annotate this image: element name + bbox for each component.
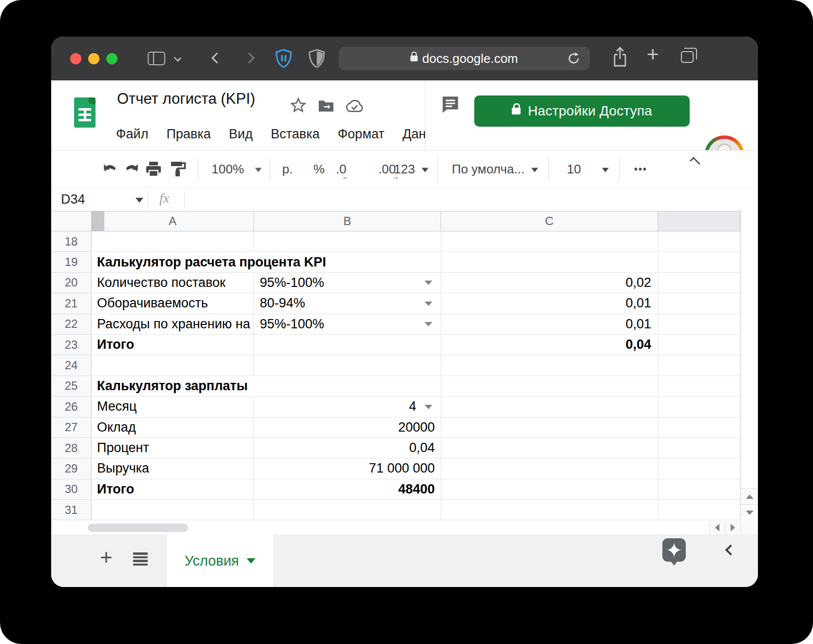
collapse-toolbar-icon[interactable]	[690, 157, 700, 168]
cell-a[interactable]: Оклад	[92, 417, 254, 438]
comment-history-icon[interactable]	[440, 94, 461, 114]
undo-icon[interactable]	[102, 162, 118, 176]
cell-d[interactable]	[658, 397, 740, 417]
cell-c[interactable]	[441, 252, 658, 272]
menu-item[interactable]: Вставка	[271, 127, 319, 142]
name-box[interactable]: D34	[61, 192, 85, 207]
cell-d[interactable]	[658, 273, 740, 293]
cell-a[interactable]: Выручка	[92, 458, 254, 479]
cell-d[interactable]	[658, 314, 740, 335]
move-to-folder-icon[interactable]	[317, 98, 335, 113]
cell-a[interactable]: Итого	[92, 479, 254, 500]
cell-c[interactable]	[441, 397, 658, 417]
vertical-scrollbar[interactable]	[740, 211, 758, 521]
sheets-logo-icon[interactable]	[74, 97, 96, 128]
back-button[interactable]	[212, 53, 223, 64]
cell-b[interactable]: 4	[254, 397, 441, 417]
row-header[interactable]: 26	[51, 397, 92, 417]
cell-d[interactable]	[658, 355, 740, 376]
formula-input[interactable]	[193, 191, 748, 208]
increase-decimals-button[interactable]: .00→	[378, 162, 396, 177]
scroll-right-button[interactable]	[725, 521, 740, 534]
dropdown-caret-icon[interactable]	[425, 302, 432, 306]
cell-c[interactable]	[441, 355, 658, 376]
select-all-corner[interactable]	[51, 211, 92, 231]
sidebar-icon[interactable]	[148, 52, 165, 65]
row-header[interactable]: 18	[51, 231, 92, 252]
row-header[interactable]: 28	[51, 438, 92, 458]
zoom-select[interactable]: 100%	[212, 162, 244, 177]
cell-c[interactable]	[441, 438, 658, 458]
share-icon[interactable]	[612, 46, 628, 68]
column-header[interactable]	[658, 211, 740, 231]
row-header[interactable]: 20	[51, 273, 92, 293]
more-toolbar-options-button[interactable]: •••	[634, 164, 647, 175]
horizontal-scrollbar-thumb[interactable]	[88, 524, 188, 532]
cell-d[interactable]	[658, 335, 740, 355]
cell-c[interactable]	[441, 500, 658, 520]
cell-a[interactable]: Процент	[92, 438, 254, 458]
font-size-select[interactable]: 10	[567, 162, 581, 177]
tab-usloviya[interactable]: Условия	[167, 534, 273, 587]
currency-format-button[interactable]: р.	[282, 162, 293, 177]
cell-c[interactable]: 0,04	[441, 335, 658, 355]
font-size-caret-icon[interactable]	[602, 162, 609, 177]
cell-c[interactable]: 0,01	[441, 314, 658, 335]
redo-icon[interactable]	[123, 162, 140, 176]
cell-b[interactable]: 0,04	[254, 438, 441, 458]
cell-b[interactable]	[254, 231, 441, 252]
cell-a[interactable]	[92, 231, 254, 252]
dropdown-caret-icon[interactable]	[425, 405, 432, 409]
row-header[interactable]: 23	[51, 335, 92, 355]
row-header[interactable]: 29	[51, 458, 92, 479]
cell-d[interactable]	[658, 479, 740, 500]
row-header[interactable]: 22	[51, 314, 92, 335]
cell-c[interactable]	[441, 376, 658, 397]
zoom-window-button[interactable]	[106, 53, 117, 64]
cell-d[interactable]	[658, 376, 740, 397]
zoom-caret-icon[interactable]	[255, 162, 262, 177]
row-header[interactable]: 30	[51, 479, 92, 500]
row-header[interactable]: 21	[51, 293, 92, 314]
print-icon[interactable]	[145, 161, 162, 177]
cell-d[interactable]	[658, 252, 740, 272]
menu-item[interactable]: Дан	[403, 127, 425, 142]
cell-d[interactable]	[658, 293, 740, 314]
star-icon[interactable]	[290, 96, 307, 114]
chevron-down-icon[interactable]	[174, 54, 181, 61]
cell-a[interactable]: Месяц	[92, 397, 254, 417]
cell-a[interactable]	[92, 500, 254, 520]
cell-a[interactable]	[92, 355, 254, 376]
more-formats-caret-icon[interactable]	[422, 162, 428, 177]
row-header[interactable]: 19	[51, 252, 92, 272]
cell-d[interactable]	[658, 500, 740, 520]
extension-shield-icon[interactable]	[309, 49, 325, 68]
row-header[interactable]: 24	[51, 355, 92, 376]
row-header[interactable]: 27	[51, 417, 92, 438]
cell-c[interactable]	[441, 479, 658, 500]
cell-b[interactable]: 20000	[254, 417, 441, 438]
cell-d[interactable]	[658, 231, 740, 252]
address-bar[interactable]: docs.google.com	[339, 47, 590, 70]
cell-d[interactable]	[658, 417, 740, 438]
row-header[interactable]: 25	[51, 376, 92, 397]
forward-button[interactable]	[244, 53, 255, 64]
reload-icon[interactable]	[566, 51, 581, 66]
cell-b[interactable]	[254, 355, 441, 376]
cell-a[interactable]: Калькулятор расчета процента KPI	[92, 252, 441, 272]
menu-item[interactable]: Файл	[116, 127, 148, 142]
row-header[interactable]: 31	[51, 500, 92, 520]
tab-overview-icon[interactable]	[681, 51, 694, 63]
sheet-tab-caret-icon[interactable]	[247, 558, 255, 564]
cell-a[interactable]: Количество поставок	[92, 273, 254, 293]
cell-c[interactable]	[441, 458, 658, 479]
scroll-down-button[interactable]	[741, 504, 758, 520]
cell-b[interactable]: 71 000 000	[254, 458, 441, 479]
cell-c[interactable]	[441, 417, 658, 438]
share-settings-button[interactable]: Настройки Доступа	[474, 95, 690, 127]
cell-a[interactable]: Оборачиваемость	[92, 293, 254, 314]
cell-a[interactable]: Калькулятор зарплаты	[92, 376, 441, 397]
cell-d[interactable]	[658, 438, 740, 458]
column-header[interactable]: B	[254, 211, 441, 231]
decrease-decimals-button[interactable]: .0←	[336, 162, 347, 177]
